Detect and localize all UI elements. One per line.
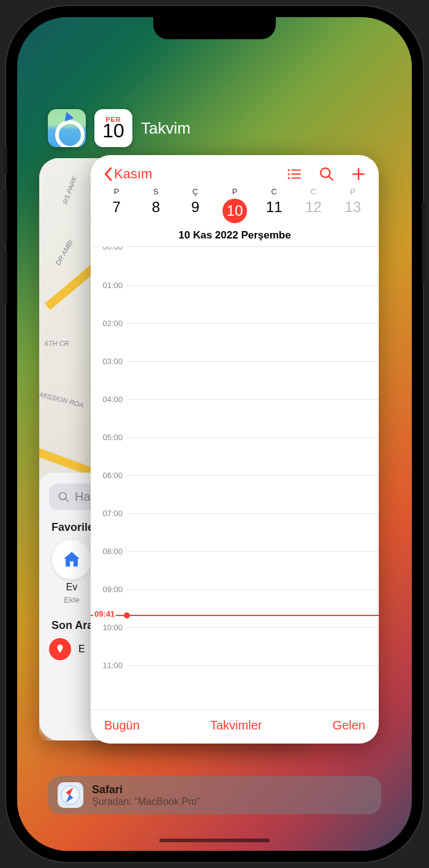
- date-cell[interactable]: 9: [176, 199, 215, 223]
- notch: [153, 17, 276, 39]
- add-event-button[interactable]: [351, 166, 366, 182]
- road-label: DR AMBI: [54, 239, 74, 267]
- svg-line-1: [66, 498, 69, 501]
- plus-icon: [351, 166, 366, 182]
- hour-label: 04:00: [96, 395, 123, 404]
- hour-row: 05:00: [126, 437, 379, 475]
- silent-switch[interactable]: [4, 147, 7, 174]
- hour-label: 08:00: [96, 547, 123, 556]
- calendar-switcher-card[interactable]: Kasım PSÇPCCP 78910111213 10 Kas 2022 Pe…: [91, 155, 379, 744]
- hour-row: 08:00: [126, 551, 379, 589]
- safari-icon: [58, 782, 83, 808]
- calendar-app-icon[interactable]: PER 10: [94, 109, 132, 147]
- hour-row: 11:00: [126, 665, 379, 703]
- svg-point-0: [59, 492, 67, 500]
- calendar-toolbar: Bugün Takvimler Gelen: [91, 709, 379, 744]
- weekday-label: C: [294, 187, 333, 196]
- chevron-left-icon: [103, 167, 113, 181]
- selected-date-label: 10 Kas 2022 Perşembe: [91, 227, 379, 247]
- road-label: RS PARK: [61, 175, 78, 205]
- hour-row: 09:00: [126, 589, 379, 627]
- search-icon: [58, 491, 70, 503]
- hour-row: 00:00: [126, 247, 379, 285]
- recent-item-label: E: [78, 644, 85, 655]
- date-cell[interactable]: 8: [136, 199, 175, 223]
- hour-row: 02:00: [126, 323, 379, 361]
- calendar-nav-bar: Kasım: [91, 155, 379, 186]
- search-button[interactable]: [319, 166, 335, 182]
- calendars-button[interactable]: Takvimler: [210, 718, 262, 733]
- svg-point-4: [288, 177, 290, 179]
- pin-icon: [49, 638, 71, 660]
- dates-row: 78910111213: [91, 196, 379, 227]
- favorite-home[interactable]: Ev Ekle: [49, 540, 94, 604]
- date-cell[interactable]: 12: [294, 199, 333, 223]
- weekday-label: P: [333, 187, 373, 196]
- hour-row: 06:00: [126, 475, 379, 513]
- svg-point-3: [288, 173, 290, 175]
- weekday-label: P: [215, 187, 254, 196]
- front-app-label: Takvim: [141, 119, 191, 138]
- app-switcher-header: PER 10 Takvim: [48, 109, 191, 147]
- day-timeline[interactable]: 00:0001:0002:0003:0004:0005:0006:0007:00…: [91, 247, 379, 709]
- hour-row: 03:00: [126, 361, 379, 399]
- weekday-label: C: [254, 187, 294, 196]
- calendar-icon-day: 10: [102, 121, 124, 140]
- hour-row: 04:00: [126, 399, 379, 437]
- svg-line-6: [329, 177, 333, 180]
- handoff-app-name: Safari: [92, 783, 200, 796]
- power-button[interactable]: [422, 202, 425, 282]
- hour-label: 06:00: [96, 471, 123, 480]
- back-button[interactable]: Kasım: [103, 166, 152, 182]
- volume-up-button[interactable]: [4, 190, 7, 243]
- home-indicator[interactable]: [159, 839, 270, 842]
- inbox-button[interactable]: Gelen: [333, 718, 365, 733]
- road-label: 6TH CR: [45, 340, 69, 347]
- hour-label: 11:00: [96, 661, 123, 670]
- hour-label: 03:00: [96, 357, 123, 366]
- road-label: MISSION ROA: [39, 390, 85, 408]
- current-time-label: 09:41: [93, 609, 116, 619]
- hour-label: 00:00: [96, 247, 123, 251]
- home-icon: [61, 549, 82, 570]
- handoff-from-label: Şuradan: "MacBook Pro": [92, 796, 200, 807]
- handoff-banner[interactable]: Safari Şuradan: "MacBook Pro": [48, 776, 381, 814]
- current-time-indicator: 09:41: [91, 615, 379, 616]
- weekday-label: S: [136, 187, 175, 196]
- weekday-label: Ç: [176, 187, 215, 196]
- list-icon: [287, 166, 303, 182]
- screen: PER 10 Takvim RS PARK DR AMBI 6TH CR MIS…: [17, 17, 412, 851]
- today-button[interactable]: Bugün: [104, 718, 140, 733]
- hour-label: 01:00: [96, 281, 123, 290]
- maps-app-icon[interactable]: [48, 109, 86, 147]
- date-cell[interactable]: 7: [97, 199, 136, 223]
- hour-label: 05:00: [96, 433, 123, 442]
- svg-point-2: [288, 169, 290, 171]
- hour-row: 01:00: [126, 285, 379, 323]
- list-view-button[interactable]: [287, 166, 303, 182]
- volume-down-button[interactable]: [4, 251, 7, 304]
- hour-label: 02:00: [96, 319, 123, 328]
- weekday-label: P: [97, 187, 136, 196]
- favorite-home-sub: Ekle: [64, 595, 79, 604]
- date-cell[interactable]: 11: [254, 199, 294, 223]
- hour-label: 07:00: [96, 509, 123, 518]
- hour-row: 10:00: [126, 627, 379, 665]
- date-cell[interactable]: 13: [333, 199, 373, 223]
- search-icon: [319, 166, 335, 182]
- iphone-frame: PER 10 Takvim RS PARK DR AMBI 6TH CR MIS…: [6, 6, 423, 862]
- back-label: Kasım: [114, 166, 152, 182]
- hour-label: 09:00: [96, 585, 123, 594]
- favorite-home-label: Ev: [66, 582, 78, 593]
- hour-label: 10:00: [96, 623, 123, 632]
- hour-row: 07:00: [126, 513, 379, 551]
- date-cell[interactable]: 10: [215, 199, 254, 223]
- weekday-header: PSÇPCCP: [91, 186, 379, 196]
